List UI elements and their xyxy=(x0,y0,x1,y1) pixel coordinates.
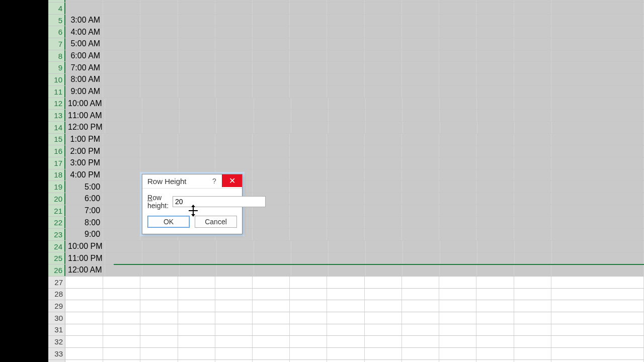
cell[interactable] xyxy=(327,134,364,145)
cell[interactable] xyxy=(254,264,291,276)
row-header[interactable]: 9 xyxy=(48,62,65,73)
cell[interactable] xyxy=(551,264,644,276)
cell[interactable] xyxy=(290,50,327,62)
cell[interactable] xyxy=(551,26,644,38)
cell[interactable] xyxy=(327,217,364,228)
cell[interactable] xyxy=(439,300,476,312)
cell[interactable] xyxy=(365,360,402,362)
cell[interactable]: 7:00 xyxy=(65,205,103,217)
cell[interactable] xyxy=(253,26,290,38)
cell[interactable] xyxy=(402,205,439,217)
cell[interactable] xyxy=(402,50,439,62)
cell[interactable] xyxy=(365,86,402,98)
cell[interactable] xyxy=(103,324,140,336)
cell[interactable] xyxy=(403,241,440,252)
cell[interactable] xyxy=(366,252,403,264)
cell[interactable] xyxy=(290,324,327,336)
cell[interactable] xyxy=(290,145,327,157)
cell[interactable] xyxy=(551,134,644,145)
cell[interactable] xyxy=(140,74,178,85)
cell[interactable] xyxy=(140,26,178,38)
cell[interactable] xyxy=(140,348,178,359)
cell[interactable]: 6:00 AM xyxy=(65,50,103,62)
cell[interactable] xyxy=(514,3,551,14)
cell[interactable] xyxy=(178,312,215,324)
cell[interactable] xyxy=(402,26,439,38)
cell[interactable] xyxy=(178,145,215,157)
cell[interactable] xyxy=(476,74,514,85)
row-header[interactable]: 31 xyxy=(48,324,65,336)
cell[interactable] xyxy=(476,336,514,347)
cell[interactable] xyxy=(403,98,440,110)
cell[interactable] xyxy=(253,157,290,169)
cell[interactable] xyxy=(402,229,439,240)
cell[interactable] xyxy=(365,336,402,347)
cell[interactable] xyxy=(439,15,476,26)
cell[interactable] xyxy=(402,0,439,2)
cell[interactable] xyxy=(551,0,644,2)
cell[interactable] xyxy=(103,217,140,228)
row-header[interactable]: 12 xyxy=(48,98,65,110)
cell[interactable] xyxy=(215,145,253,157)
cell[interactable] xyxy=(103,134,140,145)
cell[interactable] xyxy=(290,157,327,169)
cell[interactable] xyxy=(402,289,439,300)
cell[interactable] xyxy=(329,252,366,264)
cell[interactable] xyxy=(366,241,403,252)
row-header[interactable]: 26 xyxy=(48,264,65,276)
cell[interactable] xyxy=(402,86,439,98)
cell[interactable] xyxy=(476,205,514,217)
cell[interactable] xyxy=(290,134,327,145)
cell[interactable] xyxy=(253,348,290,359)
cell[interactable] xyxy=(476,62,514,73)
cell[interactable] xyxy=(551,324,644,336)
cell[interactable] xyxy=(365,300,402,312)
cell[interactable] xyxy=(477,241,515,252)
cell[interactable] xyxy=(476,169,514,181)
cell[interactable] xyxy=(290,348,327,359)
cell[interactable] xyxy=(514,134,551,145)
cell[interactable] xyxy=(476,217,514,228)
cell[interactable] xyxy=(514,0,551,2)
row-header[interactable]: 15 xyxy=(48,134,65,145)
cell[interactable]: 6:00 xyxy=(65,193,103,205)
cell[interactable]: 12:00 PM xyxy=(65,122,105,133)
cell[interactable]: 3:00 PM xyxy=(65,157,103,169)
cell[interactable] xyxy=(217,98,254,110)
cell[interactable] xyxy=(327,86,364,98)
cell[interactable] xyxy=(140,157,178,169)
cell[interactable] xyxy=(439,62,476,73)
cell[interactable] xyxy=(439,205,476,217)
row-header[interactable]: 10 xyxy=(48,74,65,85)
cell[interactable] xyxy=(329,122,366,133)
cell[interactable] xyxy=(551,360,644,362)
cell[interactable] xyxy=(290,289,327,300)
cell[interactable] xyxy=(551,74,644,85)
cell[interactable] xyxy=(140,336,178,347)
cell[interactable] xyxy=(217,241,254,252)
cancel-button[interactable]: Cancel xyxy=(195,216,237,228)
cell[interactable]: 3:00 AM xyxy=(65,15,103,26)
cell[interactable] xyxy=(215,300,253,312)
row-header[interactable]: 18 xyxy=(48,169,65,181)
cell[interactable] xyxy=(476,26,514,38)
cell[interactable] xyxy=(217,110,254,121)
cell[interactable] xyxy=(327,205,364,217)
cell[interactable] xyxy=(476,134,514,145)
cell[interactable] xyxy=(514,38,551,50)
cell[interactable] xyxy=(180,264,217,276)
cell[interactable] xyxy=(290,205,327,217)
cell[interactable] xyxy=(514,86,551,98)
cell[interactable] xyxy=(290,336,327,347)
cell[interactable] xyxy=(365,50,402,62)
cell[interactable] xyxy=(105,98,142,110)
row-header[interactable]: 25 xyxy=(48,252,65,264)
cell[interactable] xyxy=(215,157,253,169)
cell[interactable] xyxy=(178,300,215,312)
cell[interactable] xyxy=(514,145,551,157)
cell[interactable] xyxy=(514,348,551,359)
cell[interactable] xyxy=(103,26,140,38)
cell[interactable] xyxy=(514,169,551,181)
cell[interactable] xyxy=(65,0,103,2)
cell[interactable] xyxy=(254,122,291,133)
